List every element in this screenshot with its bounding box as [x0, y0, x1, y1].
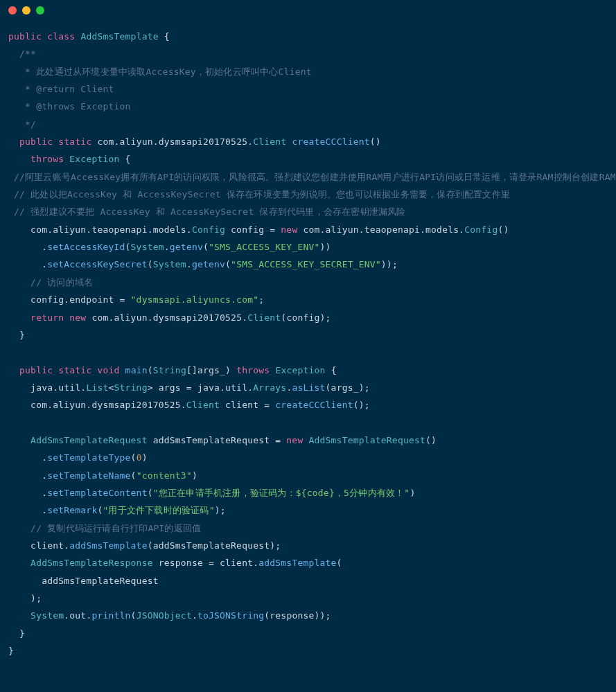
paren: () [370, 136, 381, 147]
string: "您正在申请手机注册，验证码为：${code}，5分钟内有效！" [153, 488, 410, 498]
paren: (response)); [264, 610, 331, 621]
var: client = [220, 400, 275, 410]
comment: // 复制代码运行请自行打印API的返回值 [8, 523, 201, 533]
brace: { [120, 154, 131, 164]
type: AddSmsTemplateRequest [308, 435, 425, 445]
dot: . [186, 259, 192, 269]
paren: (args_); [326, 382, 370, 393]
comment: //阿里云账号AccessKey拥有所有API的访问权限，风险很高。强烈建议您创… [8, 172, 616, 182]
exception: Exception [69, 154, 119, 164]
brace: { [326, 365, 337, 375]
paren: ( [131, 452, 137, 463]
method: setTemplateType [47, 452, 130, 463]
comment: * [8, 101, 36, 112]
comment: /** [8, 48, 36, 59]
paren: ( [148, 365, 153, 375]
paren: ( [148, 488, 153, 498]
paren: ( [203, 242, 209, 252]
method: addSmsTemplate [258, 558, 336, 568]
method: createCCClient [275, 400, 353, 410]
method: println [91, 610, 130, 621]
pkg: com.aliyun.dysmsapi20170525. [91, 136, 253, 147]
dot: . [8, 470, 47, 481]
window-titlebar [0, 0, 616, 21]
comment: Client [75, 84, 114, 94]
dot: . [8, 259, 47, 269]
javadoc-return: @return [36, 84, 75, 94]
var: addSmsTemplateRequest = [148, 435, 287, 445]
pkg: com.aliyun.dysmsapi20170525. [8, 400, 186, 410]
type: Client [186, 400, 220, 410]
paren: ); [8, 593, 42, 603]
kw-new: new [281, 224, 297, 235]
pkg: com.aliyun.dysmsapi20170525. [86, 312, 247, 323]
comment: */ [8, 119, 36, 130]
brace: } [8, 628, 25, 639]
dot: . [8, 452, 47, 463]
pkg: java.util. [8, 382, 86, 393]
comment: * [8, 84, 36, 94]
comment: * 此处通过从环境变量中读取AccessKey，初始化云呼叫中心Client [8, 66, 312, 77]
paren: ) [192, 470, 197, 481]
method: asList [292, 382, 325, 393]
code-editor[interactable]: public class AddSmsTemplate { /** * 此处通过… [0, 21, 616, 666]
type: Config [464, 224, 498, 235]
string: "SMS_ACCESS_KEY_SECRET_ENV" [231, 259, 381, 269]
paren: )) [320, 242, 331, 252]
paren: () [498, 224, 509, 235]
close-button[interactable] [8, 6, 17, 15]
method: toJSONString [197, 610, 264, 621]
pkg: com.aliyun.teaopenapi.models. [8, 224, 192, 235]
var: > args = java.util. [148, 382, 254, 393]
paren: ( [337, 558, 342, 568]
comment: Exception [75, 101, 130, 112]
paren: (addSmsTemplateRequest); [148, 540, 281, 551]
dot: . [164, 242, 170, 252]
kw-new: new [69, 312, 86, 323]
class-name: AddSmsTemplate [80, 31, 158, 42]
method: setAccessKeyId [47, 242, 125, 252]
method: setAccessKeySecret [47, 259, 147, 269]
class: System [153, 259, 186, 269]
method: setTemplateContent [47, 488, 147, 498]
kw-void: void [97, 365, 119, 375]
maximize-button[interactable] [36, 6, 44, 15]
paren: ) [142, 452, 148, 463]
string: "用于文件下载时的验证码" [103, 505, 214, 515]
code-window: public class AddSmsTemplate { /** * 此处通过… [0, 0, 616, 692]
method-name: main [125, 365, 148, 375]
type: Client [247, 312, 281, 323]
type: Config [192, 224, 225, 235]
kw-throws: throws [236, 365, 270, 375]
dot: . [8, 505, 47, 515]
method: getenv [170, 242, 203, 252]
field: .out. [64, 610, 91, 621]
angle: < [108, 382, 114, 393]
paren: () [425, 435, 437, 445]
kw-new: new [286, 435, 303, 445]
brace: } [8, 330, 25, 340]
comment: // 访问的域名 [8, 277, 93, 287]
paren: (); [353, 400, 370, 410]
arg: addSmsTemplateRequest [8, 576, 159, 586]
method: setRemark [47, 505, 97, 515]
minimize-button[interactable] [22, 6, 30, 15]
pkg: com.aliyun.teaopenapi.models. [297, 224, 464, 235]
kw-static: static [58, 365, 91, 375]
string: "SMS_ACCESS_KEY_ENV" [209, 242, 320, 252]
brace: { [159, 31, 170, 42]
comment: // 此处以把AccessKey 和 AccessKeySecret 保存在环境… [8, 189, 510, 199]
paren: ( [125, 242, 131, 252]
type: AddSmsTemplateRequest [30, 435, 148, 445]
var: config = [225, 224, 281, 235]
paren: ( [225, 259, 231, 269]
method: getenv [192, 259, 225, 269]
method: addSmsTemplate [69, 540, 147, 551]
kw-public: public [8, 31, 42, 42]
string: "dysmsapi.aliyuncs.com" [131, 294, 259, 305]
exception: Exception [275, 365, 325, 375]
semi: ; [258, 294, 264, 305]
string: "content3" [137, 470, 192, 481]
type: AddSmsTemplateResponse [30, 558, 153, 568]
paren: ( [131, 470, 137, 481]
